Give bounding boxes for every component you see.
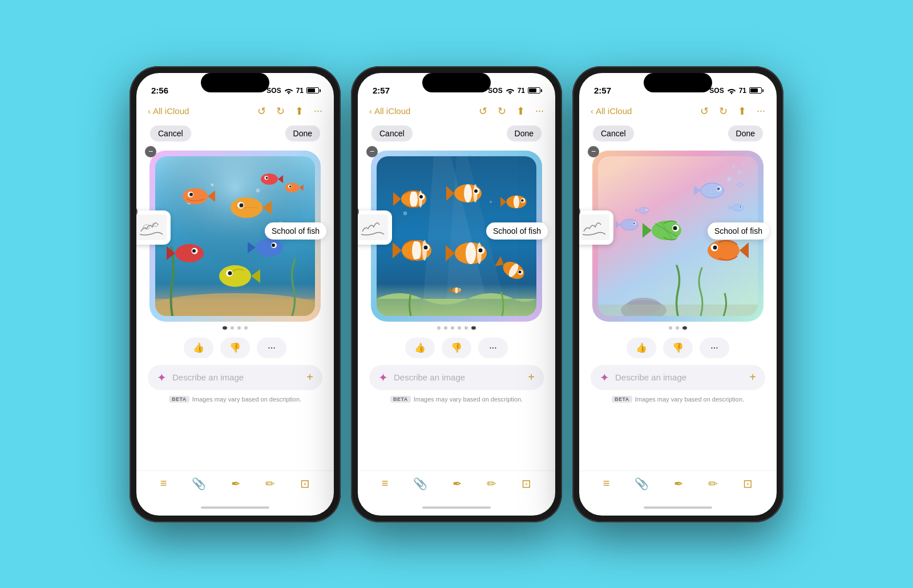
svg-point-40: [266, 176, 268, 179]
undo-icon-1[interactable]: ↺: [257, 105, 266, 117]
redo-icon-2[interactable]: ↻: [498, 105, 506, 117]
plus-icon-1[interactable]: +: [306, 371, 313, 384]
image-minus-2[interactable]: −: [366, 146, 378, 157]
back-button-3[interactable]: ‹ All iCloud: [591, 106, 632, 116]
paperclip-icon-3[interactable]: 📎: [635, 477, 649, 490]
paperclip-icon-2[interactable]: 📎: [413, 477, 427, 490]
thumbs-down-1[interactable]: 👎: [220, 338, 250, 358]
done-button-2[interactable]: Done: [507, 125, 542, 141]
battery-icon-3: [749, 87, 762, 94]
more-btn-1[interactable]: ···: [257, 338, 286, 358]
svg-point-115: [713, 245, 717, 249]
svg-point-19: [240, 203, 244, 207]
beta-text-1: Images may vary based on description.: [192, 396, 301, 403]
paperclip-icon-1[interactable]: 📎: [192, 477, 206, 490]
svg-point-62: [474, 189, 478, 193]
dot-3-2: [451, 326, 454, 330]
share-icon-3[interactable]: ⬆: [738, 105, 746, 117]
dot-2-1: [231, 326, 234, 330]
pagination-3: [669, 326, 687, 330]
more-icon-2[interactable]: ···: [535, 105, 544, 117]
done-button-3[interactable]: Done: [728, 125, 763, 141]
undo-icon-3[interactable]: ↺: [700, 105, 709, 117]
more-btn-2[interactable]: ···: [478, 338, 508, 358]
tag-icon-2[interactable]: ✏: [487, 477, 496, 490]
nav-actions-2: ↺ ↻ ⬆ ···: [479, 105, 544, 117]
input-placeholder-3: Describe an image: [615, 372, 744, 382]
more-icon-3[interactable]: ···: [757, 105, 765, 117]
status-right-2: SOS 71: [488, 87, 540, 95]
input-area-2[interactable]: ✦ Describe an image +: [369, 365, 544, 390]
list-icon-1[interactable]: ≡: [160, 477, 167, 490]
cancel-button-1[interactable]: Cancel: [150, 125, 191, 141]
pen-icon-1[interactable]: ✒: [231, 477, 241, 490]
back-button-2[interactable]: ‹ All iCloud: [369, 106, 410, 116]
pen-icon-3[interactable]: ✒: [674, 477, 684, 490]
plus-icon-3[interactable]: +: [749, 371, 756, 384]
list-icon-3[interactable]: ≡: [603, 477, 610, 490]
thumbs-down-2[interactable]: 👎: [442, 338, 471, 358]
tag-icon-3[interactable]: ✏: [708, 477, 718, 490]
beta-disclaimer-3: BETA Images may vary based on descriptio…: [612, 396, 744, 403]
edit-bar-2: Cancel Done: [358, 122, 555, 146]
nav-bar-3: ‹ All iCloud ↺ ↻ ⬆ ···: [579, 103, 777, 122]
image-minus-1[interactable]: −: [145, 146, 156, 157]
beta-text-2: Images may vary based on description.: [414, 396, 523, 403]
redo-icon-1[interactable]: ↻: [276, 105, 285, 117]
more-btn-3[interactable]: ···: [700, 338, 729, 358]
image-glow-1: −: [150, 151, 321, 322]
svg-point-126: [742, 162, 745, 164]
dot-1-2: [437, 326, 441, 330]
input-area-3[interactable]: ✦ Describe an image +: [591, 365, 765, 390]
share-icon-1[interactable]: ⬆: [295, 105, 304, 117]
image-minus-3[interactable]: −: [588, 146, 599, 157]
rating-bar-3: 👍 👎 ···: [627, 338, 729, 358]
compose-icon-2[interactable]: ⊡: [522, 477, 531, 490]
svg-point-0: [288, 92, 289, 94]
battery-icon-1: [306, 87, 319, 94]
undo-icon-2[interactable]: ↺: [479, 105, 487, 117]
thumbs-up-1[interactable]: 👍: [184, 338, 213, 358]
screen-1: 2:56 SOS 71 ‹ All iCloud ↺: [136, 73, 334, 516]
svg-point-15: [189, 193, 193, 196]
tag-icon-1[interactable]: ✏: [265, 477, 275, 490]
sketch-thumb-1[interactable]: −: [136, 210, 171, 245]
bottom-toolbar-3: ≡ 📎 ✒ ✏ ⊡: [579, 471, 777, 500]
share-icon-2[interactable]: ⬆: [516, 105, 525, 117]
sparkle-icon-2: ✦: [378, 371, 388, 384]
dot-3-1: [237, 326, 241, 330]
cancel-button-2[interactable]: Cancel: [371, 125, 413, 141]
svg-point-99: [717, 187, 720, 190]
more-icon-1[interactable]: ···: [314, 105, 322, 117]
sketch-thumb-3[interactable]: −: [579, 210, 613, 245]
svg-point-41: [509, 92, 510, 94]
compose-icon-3[interactable]: ⊡: [743, 477, 753, 490]
battery-label-1: 71: [296, 87, 304, 95]
sparkle-icon-3: ✦: [600, 371, 609, 384]
pen-icon-2[interactable]: ✒: [453, 477, 462, 490]
redo-icon-3[interactable]: ↻: [719, 105, 728, 117]
svg-rect-1: [136, 214, 167, 240]
cancel-button-3[interactable]: Cancel: [593, 125, 634, 141]
done-button-1[interactable]: Done: [285, 125, 320, 141]
input-placeholder-2: Describe an image: [394, 372, 522, 382]
sketch-thumb-2[interactable]: −: [358, 210, 392, 245]
svg-point-123: [727, 177, 732, 181]
svg-point-73: [424, 245, 428, 249]
compose-icon-1[interactable]: ⊡: [300, 477, 310, 490]
thumbs-up-2[interactable]: 👍: [405, 338, 435, 358]
back-button-1[interactable]: ‹ All iCloud: [148, 106, 189, 116]
list-icon-2[interactable]: ≡: [382, 477, 389, 490]
main-content-1: − −: [136, 146, 334, 471]
beta-badge-3: BETA: [612, 396, 632, 403]
svg-point-58: [464, 184, 472, 202]
plus-icon-2[interactable]: +: [528, 371, 535, 384]
thumbs-up-3[interactable]: 👍: [627, 338, 656, 358]
svg-point-111: [673, 226, 677, 230]
svg-point-119: [633, 222, 635, 224]
svg-point-52: [410, 190, 418, 208]
svg-point-75: [466, 242, 476, 264]
input-area-1[interactable]: ✦ Describe an image +: [148, 365, 322, 390]
thumbs-down-3[interactable]: 👎: [663, 338, 693, 358]
input-placeholder-1: Describe an image: [172, 372, 301, 382]
